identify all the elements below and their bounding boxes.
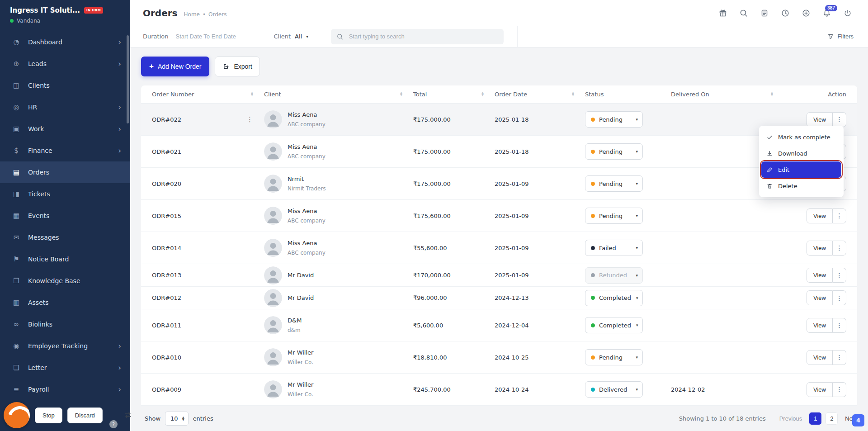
gift-icon[interactable] <box>714 5 731 22</box>
workspace-header[interactable]: Ingress IT Soluti... IN HRM Vandana <box>0 0 130 28</box>
row-actions-kebab-button[interactable]: ⋮ <box>833 268 846 283</box>
pagination-page-2[interactable]: 2 <box>826 412 838 425</box>
stop-button[interactable]: Stop <box>35 407 62 423</box>
view-button[interactable]: View <box>807 112 833 127</box>
status-select[interactable]: Failed▾ <box>585 240 643 256</box>
history-icon[interactable] <box>777 5 794 22</box>
filters-button[interactable]: Filters <box>825 33 856 40</box>
notes-icon[interactable] <box>756 5 773 22</box>
sidebar-item-assets[interactable]: ▥Assets <box>0 292 130 313</box>
row-actions-kebab-button[interactable]: ⋮ <box>833 318 846 333</box>
breadcrumb-home[interactable]: Home <box>184 11 200 18</box>
search-icon[interactable] <box>735 5 752 22</box>
entries-per-page-select[interactable]: 10 ▲▼ <box>165 412 189 426</box>
status-select[interactable]: Pending▾ <box>585 143 643 160</box>
sidebar-item-tickets[interactable]: ◨Tickets <box>0 183 130 205</box>
sidebar-scrollbar[interactable] <box>127 35 129 123</box>
row-actions-kebab-button[interactable]: ⋮ <box>833 290 846 305</box>
power-icon[interactable] <box>839 5 856 22</box>
action-cell: View⋮ <box>778 200 857 232</box>
search-box <box>331 29 504 44</box>
status-select[interactable]: Pending▾ <box>585 208 643 224</box>
status-select[interactable]: Pending▾ <box>585 175 643 192</box>
sidebar-item-dashboard[interactable]: ◔Dashboard› <box>0 31 130 53</box>
status-select[interactable]: Refunded▾ <box>585 267 643 284</box>
pagination-previous[interactable]: Previous <box>779 415 802 422</box>
add-icon[interactable] <box>797 5 815 22</box>
client-avatar <box>264 207 282 225</box>
sidebar-item-finance[interactable]: $Finance› <box>0 140 130 161</box>
view-button[interactable]: View <box>807 382 833 397</box>
column-header-order-number[interactable]: Order Number▲▼ <box>141 85 259 104</box>
sidebar-item-biolinks[interactable]: ∞Biolinks <box>0 313 130 335</box>
export-button[interactable]: Export <box>215 57 259 76</box>
topbar: Orders Home • Orders 387 <box>130 0 868 26</box>
sidebar-item-payroll[interactable]: ≡Payroll› <box>0 379 130 400</box>
order-number-cell: ODR#013 <box>141 264 259 287</box>
view-button[interactable]: View <box>807 241 833 256</box>
sidebar-item-knowledge-base[interactable]: ❐Knowledge Base <box>0 270 130 292</box>
menu-item-delete[interactable]: Delete <box>759 178 844 194</box>
total-cell: ₹175,600.00 <box>408 200 489 232</box>
status-select[interactable]: Pending▾ <box>585 111 643 128</box>
status-cell: Delivered▾ <box>580 374 665 406</box>
row-actions-kebab-button[interactable]: ⋮ <box>833 350 846 365</box>
client-name: Mr David <box>288 272 314 279</box>
total-cell: ₹175,000.00 <box>408 136 489 168</box>
sort-icon: ▲▼ <box>481 92 484 96</box>
duration-input[interactable] <box>175 33 258 40</box>
search-input[interactable] <box>348 33 498 40</box>
status-select[interactable]: Completed▾ <box>585 290 643 306</box>
view-button[interactable]: View <box>807 268 833 283</box>
view-button[interactable]: View <box>807 290 833 305</box>
column-header-delivered-on[interactable]: Delivered On▲▼ <box>665 85 778 104</box>
sidebar-item-messages[interactable]: ✉Messages <box>0 227 130 248</box>
sidebar-item-orders[interactable]: ▤Orders <box>0 161 130 183</box>
sidebar-item-leads[interactable]: ⊕Leads› <box>0 53 130 75</box>
row-actions-kebab-button[interactable]: ⋮ <box>833 112 846 127</box>
menu-item-edit[interactable]: Edit <box>761 161 841 178</box>
menu-item-download[interactable]: Download <box>759 145 844 161</box>
sort-icon: ▲▼ <box>771 92 773 96</box>
order-date-cell: 2024-10-24 <box>489 374 580 406</box>
add-new-order-button[interactable]: + Add New Order <box>141 57 209 76</box>
column-header-total[interactable]: Total▲▼ <box>408 85 489 104</box>
discard-button[interactable]: Discard <box>67 407 103 423</box>
client-name: Miss Aena <box>288 111 326 118</box>
status-dot <box>591 182 595 186</box>
app-logo[interactable] <box>4 402 30 428</box>
status-select[interactable]: Pending▾ <box>585 349 643 365</box>
menu-item-mark-as-complete[interactable]: Mark as complete <box>759 129 844 145</box>
swap-button[interactable] <box>120 408 136 422</box>
view-button[interactable]: View <box>807 318 833 333</box>
corner-badge[interactable]: 4 <box>852 414 864 426</box>
pagination-page-1[interactable]: 1 <box>809 412 821 425</box>
sidebar-item-employee-tracking[interactable]: ◉Employee Tracking› <box>0 335 130 357</box>
row-actions-kebab-button[interactable]: ⋮ <box>833 208 846 223</box>
client-filter-dropdown[interactable]: Client All ▾ <box>270 26 320 47</box>
sidebar: Ingress IT Soluti... IN HRM Vandana ◔Das… <box>0 0 130 431</box>
total-cell: ₹55,600.00 <box>408 232 489 264</box>
notifications-icon[interactable]: 387 <box>818 5 835 22</box>
sidebar-item-work[interactable]: ▣Work› <box>0 118 130 140</box>
row-actions-kebab-button[interactable]: ⋮ <box>833 382 846 397</box>
sidebar-item-letter[interactable]: ❏Letter› <box>0 357 130 379</box>
client-company: ABC company <box>288 121 326 128</box>
action-cell: View⋮ <box>778 264 857 287</box>
status-select[interactable]: Completed▾ <box>585 317 643 333</box>
row-actions-kebab-button[interactable]: ⋮ <box>833 241 846 256</box>
status-select[interactable]: Delivered▾ <box>585 381 643 398</box>
user-name: Vandana <box>17 18 40 24</box>
sidebar-item-clients[interactable]: ◫Clients <box>0 75 130 96</box>
sidebar-item-hr[interactable]: ◎HR› <box>0 96 130 118</box>
view-button[interactable]: View <box>807 208 833 223</box>
sidebar-item-events[interactable]: ▦Events <box>0 205 130 227</box>
row-kebab-icon[interactable]: ⋮ <box>244 114 256 125</box>
help-button[interactable]: ? <box>109 420 118 428</box>
column-header-client[interactable]: Client▲▼ <box>259 85 408 104</box>
sidebar-item-notice-board[interactable]: ⚑Notice Board <box>0 248 130 270</box>
column-header-order-date[interactable]: Order Date▲▼ <box>489 85 580 104</box>
view-button[interactable]: View <box>807 350 833 365</box>
sort-icon: ▲▼ <box>572 92 574 96</box>
order-date-cell: 2024-10-25 <box>489 341 580 374</box>
